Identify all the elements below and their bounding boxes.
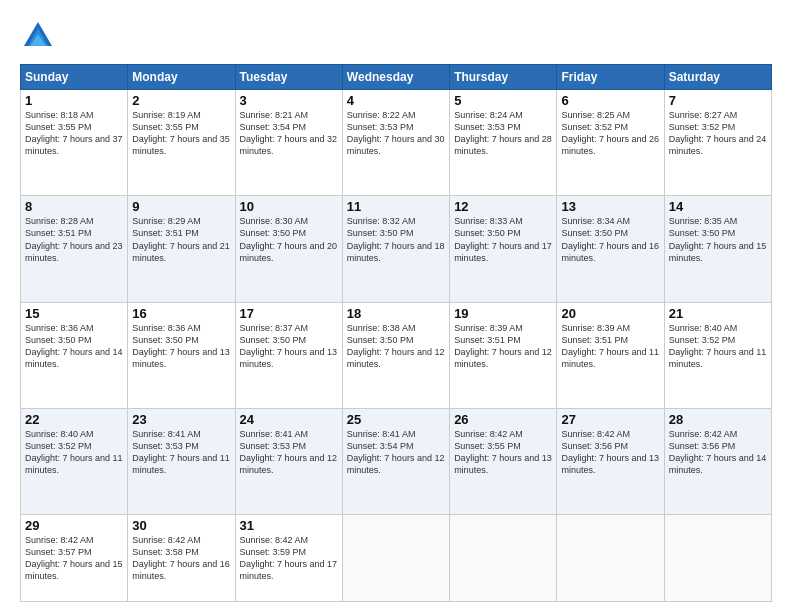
day-number: 22 [25, 412, 123, 427]
day-number: 8 [25, 199, 123, 214]
day-number: 5 [454, 93, 552, 108]
cell-info: Sunrise: 8:33 AMSunset: 3:50 PMDaylight:… [454, 216, 552, 262]
cell-info: Sunrise: 8:39 AMSunset: 3:51 PMDaylight:… [561, 323, 659, 369]
cell-info: Sunrise: 8:28 AMSunset: 3:51 PMDaylight:… [25, 216, 123, 262]
calendar-cell: 24 Sunrise: 8:41 AMSunset: 3:53 PMDaylig… [235, 408, 342, 514]
calendar-week-row: 8 Sunrise: 8:28 AMSunset: 3:51 PMDayligh… [21, 196, 772, 302]
day-number: 4 [347, 93, 445, 108]
cell-info: Sunrise: 8:38 AMSunset: 3:50 PMDaylight:… [347, 323, 445, 369]
calendar-day-header: Thursday [450, 65, 557, 90]
day-number: 16 [132, 306, 230, 321]
cell-info: Sunrise: 8:35 AMSunset: 3:50 PMDaylight:… [669, 216, 767, 262]
day-number: 23 [132, 412, 230, 427]
cell-info: Sunrise: 8:27 AMSunset: 3:52 PMDaylight:… [669, 110, 767, 156]
cell-info: Sunrise: 8:41 AMSunset: 3:53 PMDaylight:… [132, 429, 230, 475]
calendar-cell: 6 Sunrise: 8:25 AMSunset: 3:52 PMDayligh… [557, 90, 664, 196]
calendar-day-header: Sunday [21, 65, 128, 90]
calendar-cell: 21 Sunrise: 8:40 AMSunset: 3:52 PMDaylig… [664, 302, 771, 408]
day-number: 6 [561, 93, 659, 108]
cell-info: Sunrise: 8:34 AMSunset: 3:50 PMDaylight:… [561, 216, 659, 262]
calendar-cell: 9 Sunrise: 8:29 AMSunset: 3:51 PMDayligh… [128, 196, 235, 302]
calendar-cell: 17 Sunrise: 8:37 AMSunset: 3:50 PMDaylig… [235, 302, 342, 408]
day-number: 3 [240, 93, 338, 108]
calendar-week-row: 22 Sunrise: 8:40 AMSunset: 3:52 PMDaylig… [21, 408, 772, 514]
calendar-cell: 30 Sunrise: 8:42 AMSunset: 3:58 PMDaylig… [128, 515, 235, 602]
day-number: 13 [561, 199, 659, 214]
calendar-cell: 16 Sunrise: 8:36 AMSunset: 3:50 PMDaylig… [128, 302, 235, 408]
cell-info: Sunrise: 8:36 AMSunset: 3:50 PMDaylight:… [132, 323, 230, 369]
day-number: 21 [669, 306, 767, 321]
calendar-cell: 26 Sunrise: 8:42 AMSunset: 3:55 PMDaylig… [450, 408, 557, 514]
calendar-cell: 10 Sunrise: 8:30 AMSunset: 3:50 PMDaylig… [235, 196, 342, 302]
day-number: 30 [132, 518, 230, 533]
cell-info: Sunrise: 8:41 AMSunset: 3:54 PMDaylight:… [347, 429, 445, 475]
calendar-cell: 19 Sunrise: 8:39 AMSunset: 3:51 PMDaylig… [450, 302, 557, 408]
day-number: 10 [240, 199, 338, 214]
day-number: 27 [561, 412, 659, 427]
calendar-cell [664, 515, 771, 602]
calendar-cell: 15 Sunrise: 8:36 AMSunset: 3:50 PMDaylig… [21, 302, 128, 408]
calendar-cell: 14 Sunrise: 8:35 AMSunset: 3:50 PMDaylig… [664, 196, 771, 302]
day-number: 7 [669, 93, 767, 108]
cell-info: Sunrise: 8:36 AMSunset: 3:50 PMDaylight:… [25, 323, 123, 369]
calendar-cell: 29 Sunrise: 8:42 AMSunset: 3:57 PMDaylig… [21, 515, 128, 602]
day-number: 18 [347, 306, 445, 321]
day-number: 24 [240, 412, 338, 427]
calendar-cell: 1 Sunrise: 8:18 AMSunset: 3:55 PMDayligh… [21, 90, 128, 196]
cell-info: Sunrise: 8:32 AMSunset: 3:50 PMDaylight:… [347, 216, 445, 262]
calendar-day-header: Saturday [664, 65, 771, 90]
calendar-week-row: 1 Sunrise: 8:18 AMSunset: 3:55 PMDayligh… [21, 90, 772, 196]
day-number: 11 [347, 199, 445, 214]
calendar-table: SundayMondayTuesdayWednesdayThursdayFrid… [20, 64, 772, 602]
cell-info: Sunrise: 8:37 AMSunset: 3:50 PMDaylight:… [240, 323, 338, 369]
day-number: 25 [347, 412, 445, 427]
logo [20, 18, 60, 54]
calendar-cell: 28 Sunrise: 8:42 AMSunset: 3:56 PMDaylig… [664, 408, 771, 514]
calendar-day-header: Monday [128, 65, 235, 90]
cell-info: Sunrise: 8:25 AMSunset: 3:52 PMDaylight:… [561, 110, 659, 156]
header [20, 18, 772, 54]
calendar-day-header: Wednesday [342, 65, 449, 90]
day-number: 2 [132, 93, 230, 108]
cell-info: Sunrise: 8:40 AMSunset: 3:52 PMDaylight:… [669, 323, 767, 369]
calendar-week-row: 15 Sunrise: 8:36 AMSunset: 3:50 PMDaylig… [21, 302, 772, 408]
cell-info: Sunrise: 8:24 AMSunset: 3:53 PMDaylight:… [454, 110, 552, 156]
calendar-cell [557, 515, 664, 602]
calendar-day-header: Tuesday [235, 65, 342, 90]
cell-info: Sunrise: 8:42 AMSunset: 3:56 PMDaylight:… [669, 429, 767, 475]
calendar-cell [342, 515, 449, 602]
day-number: 9 [132, 199, 230, 214]
day-number: 12 [454, 199, 552, 214]
cell-info: Sunrise: 8:19 AMSunset: 3:55 PMDaylight:… [132, 110, 230, 156]
cell-info: Sunrise: 8:22 AMSunset: 3:53 PMDaylight:… [347, 110, 445, 156]
calendar-cell: 11 Sunrise: 8:32 AMSunset: 3:50 PMDaylig… [342, 196, 449, 302]
calendar-cell: 23 Sunrise: 8:41 AMSunset: 3:53 PMDaylig… [128, 408, 235, 514]
calendar-cell: 13 Sunrise: 8:34 AMSunset: 3:50 PMDaylig… [557, 196, 664, 302]
calendar-cell [450, 515, 557, 602]
cell-info: Sunrise: 8:40 AMSunset: 3:52 PMDaylight:… [25, 429, 123, 475]
page: SundayMondayTuesdayWednesdayThursdayFrid… [0, 0, 792, 612]
calendar-cell: 4 Sunrise: 8:22 AMSunset: 3:53 PMDayligh… [342, 90, 449, 196]
cell-info: Sunrise: 8:41 AMSunset: 3:53 PMDaylight:… [240, 429, 338, 475]
cell-info: Sunrise: 8:42 AMSunset: 3:58 PMDaylight:… [132, 535, 230, 581]
calendar-cell: 27 Sunrise: 8:42 AMSunset: 3:56 PMDaylig… [557, 408, 664, 514]
day-number: 20 [561, 306, 659, 321]
cell-info: Sunrise: 8:18 AMSunset: 3:55 PMDaylight:… [25, 110, 123, 156]
calendar-header-row: SundayMondayTuesdayWednesdayThursdayFrid… [21, 65, 772, 90]
cell-info: Sunrise: 8:42 AMSunset: 3:55 PMDaylight:… [454, 429, 552, 475]
day-number: 19 [454, 306, 552, 321]
calendar-day-header: Friday [557, 65, 664, 90]
day-number: 28 [669, 412, 767, 427]
calendar-week-row: 29 Sunrise: 8:42 AMSunset: 3:57 PMDaylig… [21, 515, 772, 602]
day-number: 14 [669, 199, 767, 214]
day-number: 1 [25, 93, 123, 108]
logo-icon [20, 18, 56, 54]
day-number: 26 [454, 412, 552, 427]
calendar-cell: 25 Sunrise: 8:41 AMSunset: 3:54 PMDaylig… [342, 408, 449, 514]
day-number: 31 [240, 518, 338, 533]
day-number: 29 [25, 518, 123, 533]
calendar-cell: 18 Sunrise: 8:38 AMSunset: 3:50 PMDaylig… [342, 302, 449, 408]
calendar-cell: 8 Sunrise: 8:28 AMSunset: 3:51 PMDayligh… [21, 196, 128, 302]
day-number: 17 [240, 306, 338, 321]
calendar-cell: 22 Sunrise: 8:40 AMSunset: 3:52 PMDaylig… [21, 408, 128, 514]
